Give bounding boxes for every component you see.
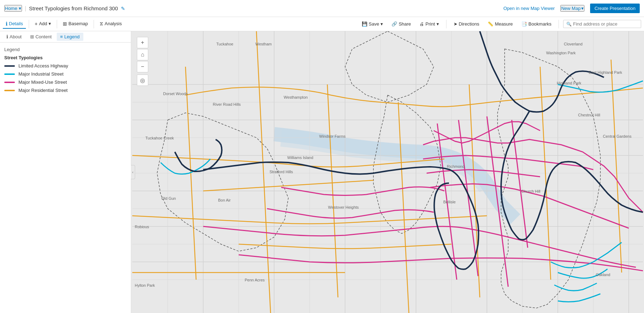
- header-right: Open in new Map Viewer New Map ▾ Create …: [503, 4, 640, 13]
- basemap-label: Basemap: [68, 21, 88, 26]
- legend-layer-title: Street Typologies: [4, 55, 127, 60]
- measure-button[interactable]: 📏 Measure: [485, 20, 516, 28]
- legend-item-label: Limited Access Highway: [18, 63, 68, 68]
- map-area[interactable]: CloverlandWashington ParkEast Highland P…: [131, 31, 644, 313]
- add-label: Add: [39, 21, 47, 26]
- new-map-button[interactable]: New Map ▾: [560, 5, 584, 12]
- home-button[interactable]: Home ▾: [4, 5, 22, 12]
- about-icon: ℹ: [6, 34, 8, 39]
- home-chevron-icon: ▾: [19, 6, 21, 11]
- locate-icon: ◎: [140, 77, 145, 84]
- legend-items: Limited Access HighwayMajor Industrial S…: [4, 63, 127, 93]
- legend-line-swatch: [4, 65, 15, 67]
- details-label: Details: [9, 21, 23, 26]
- about-tab-label: About: [10, 34, 22, 39]
- zoom-in-button[interactable]: +: [137, 37, 148, 48]
- save-button[interactable]: 💾 Save ▾: [359, 20, 386, 28]
- analysis-label: Analysis: [105, 21, 122, 26]
- toolbar-divider-5: [559, 20, 559, 28]
- details-tab-button[interactable]: ℹ Details: [3, 20, 26, 29]
- top-header: Home ▾ | Street Typologies from Richmond…: [0, 0, 644, 17]
- sidebar-content: Legend Street Typologies Limited Access …: [0, 43, 131, 313]
- save-label: Save: [369, 21, 379, 27]
- share-label: Share: [399, 21, 411, 27]
- directions-label: Directions: [459, 21, 479, 27]
- sidebar-tabs: ℹ About ⊞ Content ≡ Legend: [0, 31, 131, 43]
- about-tab[interactable]: ℹ About: [3, 33, 25, 41]
- save-chevron-icon: ▾: [381, 21, 383, 27]
- svg-rect-0: [132, 31, 643, 313]
- measure-icon: 📏: [488, 21, 493, 27]
- toolbar: ℹ Details + Add ▾ ⊞ Basemap ⧖ Analysis 💾…: [0, 17, 644, 31]
- details-icon: ℹ: [6, 21, 7, 27]
- home-label: Home: [5, 6, 17, 11]
- search-box[interactable]: 🔍: [563, 20, 641, 28]
- toolbar-left: ℹ Details + Add ▾ ⊞ Basemap ⧖ Analysis: [3, 19, 124, 29]
- analysis-icon: ⧖: [100, 21, 103, 27]
- collapse-handle[interactable]: ‹: [131, 165, 135, 179]
- save-icon: 💾: [362, 21, 367, 27]
- map-title: Street Typologies from Richmond 300: [29, 5, 118, 11]
- home-extent-button[interactable]: ⌂: [137, 49, 148, 60]
- toolbar-right: 💾 Save ▾ 🔗 Share 🖨 Print ▾ ➤ Directions …: [359, 20, 641, 28]
- bookmarks-icon: 📑: [521, 21, 527, 27]
- legend-item-label: Major Residential Street: [18, 88, 68, 93]
- legend-item: Major Residential Street: [4, 88, 127, 93]
- print-chevron-icon: ▾: [437, 21, 439, 27]
- content-tab-label: Content: [35, 34, 52, 39]
- legend-line-swatch: [4, 82, 15, 83]
- legend-tab-label: Legend: [64, 34, 79, 39]
- new-map-label: New Map: [561, 6, 581, 11]
- add-chevron-icon: ▾: [49, 21, 51, 26]
- basemap-button[interactable]: ⊞ Basemap: [60, 20, 91, 29]
- directions-button[interactable]: ➤ Directions: [451, 20, 482, 28]
- locate-button[interactable]: ◎: [137, 75, 148, 86]
- bookmarks-button[interactable]: 📑 Bookmarks: [518, 20, 554, 28]
- create-presentation-button[interactable]: Create Presentation: [590, 4, 640, 13]
- print-icon: 🖨: [420, 21, 424, 27]
- legend-item: Major Industrial Street: [4, 71, 127, 77]
- toolbar-divider-4: [446, 20, 446, 28]
- measure-label: Measure: [495, 21, 513, 27]
- add-button[interactable]: + Add ▾: [32, 20, 54, 29]
- sidebar: ℹ About ⊞ Content ≡ Legend Legend Street…: [0, 31, 131, 313]
- edit-icon[interactable]: ✎: [121, 6, 125, 11]
- zoom-out-button[interactable]: −: [137, 61, 148, 72]
- content-tab[interactable]: ⊞ Content: [27, 33, 55, 41]
- legend-item-label: Major Industrial Street: [18, 71, 63, 77]
- main-layout: ℹ About ⊞ Content ≡ Legend Legend Street…: [0, 31, 644, 313]
- toolbar-divider-3: [94, 20, 94, 28]
- bookmarks-label: Bookmarks: [528, 21, 551, 27]
- legend-item-label: Major Mixed-Use Street: [18, 79, 67, 85]
- home-map-icon: ⌂: [141, 51, 144, 58]
- legend-line-swatch: [4, 90, 15, 91]
- legend-title: Legend: [4, 47, 127, 52]
- directions-icon: ➤: [454, 21, 457, 27]
- collapse-icon: ‹: [132, 170, 133, 174]
- open-new-viewer-link[interactable]: Open in new Map Viewer: [503, 6, 555, 11]
- share-icon: 🔗: [392, 21, 397, 27]
- zoom-out-icon: −: [141, 64, 144, 70]
- title-separator: |: [25, 5, 26, 12]
- content-icon: ⊞: [30, 34, 34, 39]
- toolbar-divider-1: [29, 20, 29, 28]
- legend-item: Limited Access Highway: [4, 63, 127, 68]
- map-controls: + ⌂ − ◎: [137, 37, 148, 86]
- header-left: Home ▾ | Street Typologies from Richmond…: [4, 5, 125, 12]
- basemap-icon: ⊞: [63, 21, 67, 27]
- print-label: Print: [426, 21, 435, 27]
- analysis-button[interactable]: ⧖ Analysis: [97, 19, 124, 29]
- legend-tab[interactable]: ≡ Legend: [57, 33, 83, 41]
- search-input[interactable]: [573, 21, 638, 27]
- legend-icon: ≡: [60, 34, 63, 39]
- zoom-in-icon: +: [141, 39, 144, 46]
- print-button[interactable]: 🖨 Print ▾: [417, 20, 442, 28]
- legend-line-swatch: [4, 73, 15, 75]
- share-button[interactable]: 🔗 Share: [389, 20, 414, 28]
- toolbar-divider-2: [57, 20, 57, 28]
- add-icon: +: [35, 21, 38, 27]
- map-svg: [131, 31, 644, 313]
- new-map-chevron-icon: ▾: [581, 6, 584, 11]
- legend-item: Major Mixed-Use Street: [4, 79, 127, 85]
- search-icon: 🔍: [566, 22, 572, 27]
